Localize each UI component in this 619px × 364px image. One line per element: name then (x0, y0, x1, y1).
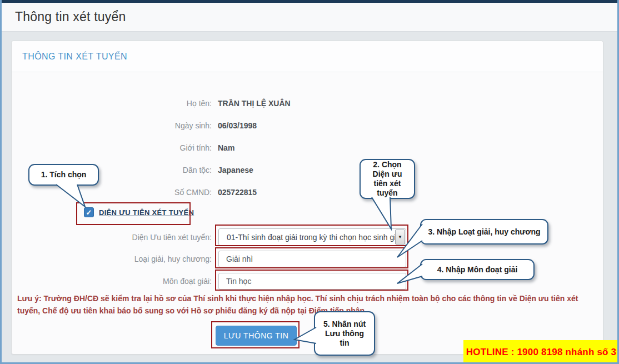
callout-5-save: 5. Nhấn nút Lưu thông tin (314, 311, 375, 356)
field-row-fullname: Họ tên: TRẦN THỊ LỆ XUÂN (12, 99, 604, 110)
priority-checkbox-label[interactable]: DIỆN ƯU TIÊN XÉT TUYỂN (99, 208, 194, 217)
note-text: Lưu ý: Trường ĐH/CĐ sẽ kiểm tra lại hồ s… (17, 292, 600, 317)
priority-checkbox-row: ✓ DIỆN ƯU TIÊN XÉT TUYỂN (84, 207, 194, 217)
priority-select-value: 01-Thí sinh đoạt giải trong kỳ thi chọn … (219, 233, 395, 242)
fullname-label: Họ tên: (12, 99, 212, 108)
gender-value: Nam (218, 143, 234, 152)
dob-label: Ngày sinh: (12, 121, 212, 130)
callout-1-tick: 1. Tích chọn (28, 164, 99, 186)
subject-label: Môn đoạt giải: (12, 277, 212, 286)
priority-checkbox[interactable]: ✓ (84, 207, 94, 217)
hotline-banner: HOTLINE : 1900 8198 nhánh số 3 (463, 340, 619, 364)
idnumber-label: Số CMND: (12, 188, 212, 197)
fullname-value: TRẦN THỊ LỆ XUÂN (218, 99, 291, 108)
gender-label: Giới tính: (12, 143, 212, 152)
hotline-text: HOTLINE : 1900 8198 nhánh số 3 (466, 347, 617, 358)
award-input[interactable] (218, 251, 406, 267)
field-row-idnumber: Số CMND: 025722815 (12, 188, 604, 199)
page-header: Thông tin xét tuyển (0, 3, 619, 32)
callout-3-enter-award: 3. Nhập Loạt giải, huy chương (420, 219, 548, 245)
idnumber-value: 025722815 (218, 188, 257, 197)
callout-5-text: 5. Nhấn nút Lưu thông tin (320, 320, 370, 348)
field-row-ethnicity: Dân tộc: Japanese (12, 166, 604, 177)
field-row-dob: Ngày sinh: 06/03/1998 (12, 121, 604, 132)
callout-1-text: 1. Tích chọn (41, 170, 87, 179)
award-label: Loại giải, huy chương: (12, 255, 212, 263)
subject-input[interactable] (218, 273, 406, 290)
page-title: Thông tin xét tuyển (0, 3, 619, 24)
callout-2-text: 2. Chọn Diện ưu tiên xét tuyển (365, 160, 410, 198)
callout-4-text: 4. Nhập Môn đoạt giải (437, 265, 518, 275)
save-button[interactable]: LƯU THÔNG TIN (216, 326, 297, 346)
callout-2-select-priority: 2. Chọn Diện ưu tiên xét tuyển (360, 159, 415, 199)
priority-select-label: Diện Ưu tiên xét tuyển: (12, 233, 212, 242)
ethnicity-value: Japanese (218, 166, 253, 174)
field-row-gender: Giới tính: Nam (12, 143, 604, 154)
admission-page: { "page": { "title": "Thông tin xét tuyể… (0, 0, 619, 364)
callout-3-text: 3. Nhập Loạt giải, huy chương (428, 227, 540, 237)
admission-card: THÔNG TIN XÉT TUYỂN Họ tên: TRẦN THỊ LỆ … (11, 41, 603, 355)
checkmark-icon: ✓ (86, 208, 92, 217)
card-title: THÔNG TIN XÉT TUYỂN (22, 52, 127, 62)
priority-select[interactable]: 01-Thí sinh đoạt giải trong kỳ thi chọn … (218, 228, 406, 246)
card-header: THÔNG TIN XÉT TUYỂN (12, 41, 603, 72)
callout-4-enter-subject: 4. Nhập Môn đoạt giải (420, 259, 535, 280)
chevron-down-icon: ▼ (398, 235, 402, 240)
dob-value: 06/03/1998 (218, 121, 257, 130)
select-arrow-button[interactable]: ▼ (395, 230, 405, 245)
